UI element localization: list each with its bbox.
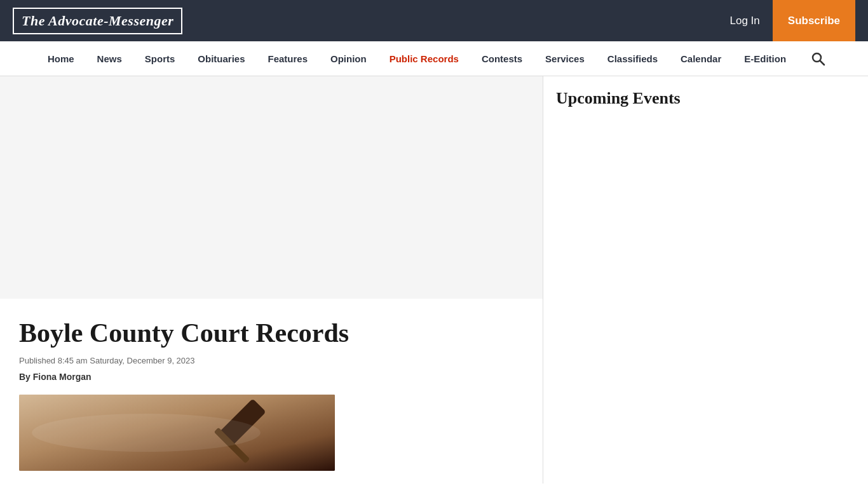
- nav-features[interactable]: Features: [257, 41, 320, 76]
- nav-calendar[interactable]: Calendar: [669, 41, 733, 76]
- search-icon: [810, 51, 825, 66]
- search-button[interactable]: [804, 51, 832, 66]
- article-author: By Fiona Morgan: [19, 372, 517, 382]
- upcoming-events-title: Upcoming Events: [556, 89, 855, 114]
- svg-line-1: [820, 61, 825, 65]
- article-content: Boyle County Court Records Published 8:4…: [0, 299, 543, 484]
- nav-home[interactable]: Home: [36, 41, 86, 76]
- article-title: Boyle County Court Records: [19, 318, 517, 348]
- top-header: The Advocate-Messenger Log In Subscribe: [0, 0, 868, 41]
- nav-classifieds[interactable]: Classifieds: [596, 41, 669, 76]
- nav-e-edition[interactable]: E-Edition: [733, 41, 797, 76]
- header-actions: Log In Subscribe: [730, 0, 855, 41]
- svg-point-5: [32, 414, 261, 452]
- nav-obituaries[interactable]: Obituaries: [186, 41, 256, 76]
- ad-banner: [0, 76, 543, 299]
- subscribe-button[interactable]: Subscribe: [773, 0, 855, 41]
- login-link[interactable]: Log In: [730, 15, 760, 27]
- main-nav: Home News Sports Obituaries Features Opi…: [0, 41, 868, 76]
- nav-sports[interactable]: Sports: [133, 41, 187, 76]
- nav-news[interactable]: News: [86, 41, 133, 76]
- nav-services[interactable]: Services: [534, 41, 596, 76]
- site-title: The Advocate-Messenger: [13, 8, 182, 34]
- main-container: Boyle County Court Records Published 8:4…: [0, 76, 868, 484]
- article-image: [19, 395, 335, 471]
- gavel-illustration: [19, 395, 335, 471]
- article-published-date: Published 8:45 am Saturday, December 9, …: [19, 356, 517, 365]
- nav-contests[interactable]: Contests: [470, 41, 534, 76]
- nav-public-records[interactable]: Public Records: [378, 41, 470, 76]
- article-area: Boyle County Court Records Published 8:4…: [0, 76, 543, 484]
- sidebar: Upcoming Events: [543, 76, 867, 484]
- nav-opinion[interactable]: Opinion: [319, 41, 378, 76]
